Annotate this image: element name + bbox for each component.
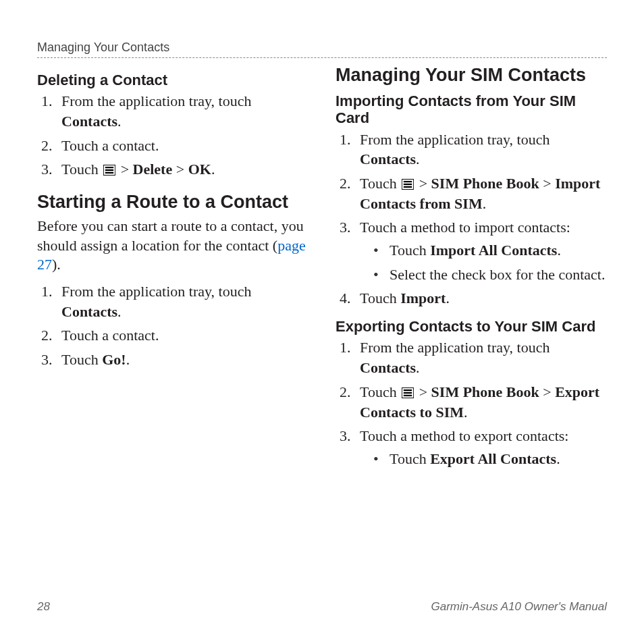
step: From the application tray, touch Contact…	[56, 281, 308, 321]
step: Touch > SIM Phone Book > Import Contacts…	[354, 173, 607, 213]
heading-managing-sim: Managing Your SIM Contacts	[336, 65, 607, 86]
step: From the application tray, touch Contact…	[354, 130, 607, 169]
menu-icon	[402, 387, 414, 398]
menu-icon	[103, 165, 115, 176]
step: Touch a contact.	[56, 325, 308, 346]
heading-starting-route: Starting a Route to a Contact	[37, 192, 308, 213]
heading-importing: Importing Contacts from Your SIM Card	[336, 92, 607, 127]
manual-title: Garmin-Asus A10 Owner's Manual	[431, 600, 607, 614]
manual-page: Managing Your Contacts Deleting a Contac…	[0, 0, 644, 644]
steps-starting-route: From the application tray, touch Contact…	[37, 281, 308, 370]
step: Touch a method to export contacts: Touch…	[354, 426, 607, 468]
step: From the application tray, touch Contact…	[56, 91, 308, 131]
left-column: Deleting a Contact From the application …	[37, 65, 308, 479]
export-options: Touch Export All Contacts.	[360, 449, 607, 469]
import-options: Touch Import All Contacts. Select the ch…	[360, 240, 607, 284]
steps-importing: From the application tray, touch Contact…	[336, 130, 607, 309]
page-number: 28	[37, 600, 50, 614]
steps-deleting-contact: From the application tray, touch Contact…	[37, 91, 308, 180]
right-column: Managing Your SIM Contacts Importing Con…	[336, 65, 607, 479]
step: Touch > Delete > OK.	[56, 159, 308, 180]
heading-deleting-contact: Deleting a Contact	[37, 72, 308, 88]
content-columns: Deleting a Contact From the application …	[37, 65, 607, 479]
step: Touch Import.	[354, 288, 607, 308]
list-item: Touch Import All Contacts.	[373, 240, 607, 261]
page-footer: 28 Garmin-Asus A10 Owner's Manual	[37, 600, 607, 614]
heading-exporting: Exporting Contacts to Your SIM Card	[336, 318, 607, 335]
step: Touch a contact.	[56, 136, 308, 156]
page-header: Managing Your Contacts	[37, 41, 607, 58]
intro-starting-route: Before you can start a route to a contac…	[37, 217, 308, 275]
list-item: Touch Export All Contacts.	[373, 449, 607, 469]
menu-icon	[402, 179, 414, 190]
step: Touch Go!.	[56, 350, 308, 370]
step: Touch a method to import contacts: Touch…	[354, 217, 607, 284]
list-item: Select the check box for the contact.	[373, 265, 607, 285]
step: Touch > SIM Phone Book > Export Contacts…	[354, 382, 607, 422]
steps-exporting: From the application tray, touch Contact…	[336, 338, 607, 468]
step: From the application tray, touch Contact…	[354, 338, 607, 377]
